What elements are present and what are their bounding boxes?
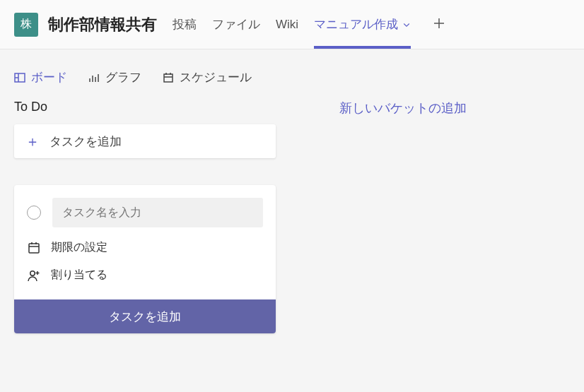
task-name-input[interactable] xyxy=(52,198,263,227)
task-name-row xyxy=(27,198,263,227)
schedule-icon xyxy=(163,72,174,83)
add-task-button[interactable]: ＋ タスクを追加 xyxy=(14,124,276,158)
tab-posts[interactable]: 投稿 xyxy=(173,0,197,49)
add-task-label: タスクを追加 xyxy=(49,133,122,150)
bucket-title: To Do xyxy=(14,100,276,114)
task-complete-toggle[interactable] xyxy=(27,206,41,220)
plus-icon: ＋ xyxy=(25,132,40,151)
bucket-todo: To Do ＋ タスクを追加 期限の設定 割り当てる タスクを追加 xyxy=(14,100,276,333)
channel-tabs: 投稿 ファイル Wiki マニュアル作成 xyxy=(173,0,446,49)
svg-point-3 xyxy=(30,271,35,275)
tab-manual[interactable]: マニュアル作成 xyxy=(314,0,411,49)
assign-person-icon xyxy=(27,268,41,283)
new-task-card: 期限の設定 割り当てる タスクを追加 xyxy=(14,185,276,333)
tab-files[interactable]: ファイル xyxy=(212,0,260,49)
submit-task-button[interactable]: タスクを追加 xyxy=(14,299,276,333)
view-board-label: ボード xyxy=(31,69,67,85)
set-due-date-button[interactable]: 期限の設定 xyxy=(27,240,263,255)
view-schedule-label: スケジュール xyxy=(180,69,252,85)
channel-name: 制作部情報共有 xyxy=(48,14,157,35)
view-chart[interactable]: グラフ xyxy=(88,69,141,85)
svg-rect-1 xyxy=(164,74,173,82)
assign-label: 割り当てる xyxy=(51,268,107,283)
view-chart-label: グラフ xyxy=(105,69,141,85)
channel-header: 株 制作部情報共有 投稿 ファイル Wiki マニュアル作成 xyxy=(0,0,584,49)
calendar-icon xyxy=(27,241,41,255)
set-due-date-label: 期限の設定 xyxy=(51,240,107,255)
view-switcher: ボード グラフ スケジュール xyxy=(0,49,584,95)
view-board[interactable]: ボード xyxy=(14,69,67,85)
chevron-down-icon xyxy=(402,20,411,29)
chart-icon xyxy=(88,72,100,83)
tab-manual-label: マニュアル作成 xyxy=(314,16,398,32)
add-bucket-button[interactable]: 新しいバケットの追加 xyxy=(339,100,467,333)
plus-icon xyxy=(432,16,446,30)
assign-button[interactable]: 割り当てる xyxy=(27,268,263,283)
board-icon xyxy=(14,72,25,83)
tab-wiki[interactable]: Wiki xyxy=(276,0,298,49)
team-avatar: 株 xyxy=(14,13,38,37)
svg-rect-2 xyxy=(29,244,39,253)
board-area: To Do ＋ タスクを追加 期限の設定 割り当てる タスクを追加 新しいバケッ… xyxy=(0,95,584,338)
add-tab-button[interactable] xyxy=(432,15,446,35)
view-schedule[interactable]: スケジュール xyxy=(163,69,252,85)
